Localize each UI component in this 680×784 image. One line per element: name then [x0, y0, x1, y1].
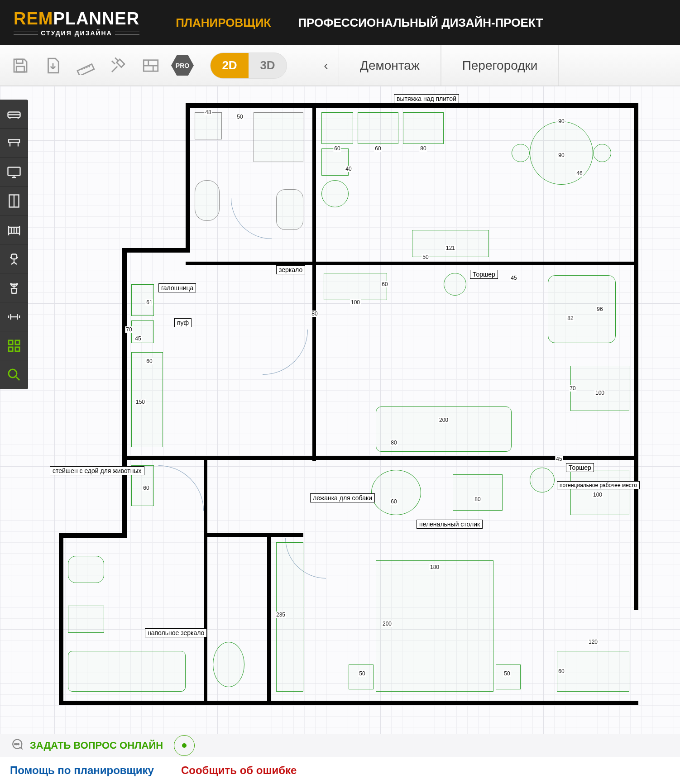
save-icon[interactable] [8, 53, 33, 78]
dim: 90 [557, 118, 565, 124]
floor-mirror[interactable] [213, 642, 244, 687]
wall-icon[interactable] [139, 53, 163, 78]
grid-icon[interactable] [0, 331, 28, 360]
help-link[interactable]: Помощь по планировщику [10, 764, 154, 777]
sofa-icon[interactable] [0, 100, 28, 129]
note-torchere1[interactable]: Торшер [470, 270, 498, 279]
wardrobe-icon[interactable] [0, 186, 28, 215]
sink2[interactable] [68, 606, 104, 633]
chat-label[interactable]: ЗАДАТЬ ВОПРОС ОНЛАЙН [30, 740, 163, 751]
bed[interactable] [376, 560, 493, 692]
floorplan-canvas[interactable]: вытяжка над плитой зеркало галошница пуф… [0, 86, 680, 734]
chat-status-indicator [174, 735, 195, 756]
wall[interactable] [186, 103, 638, 108]
counter[interactable] [403, 112, 444, 144]
bathtub[interactable] [68, 651, 186, 692]
chair[interactable] [593, 144, 611, 162]
wall[interactable] [59, 533, 127, 538]
report-link[interactable]: Сообщить об ошибке [181, 764, 297, 777]
nav-pro-project[interactable]: ПРОФЕССИОНАЛЬНЫЙ ДИЗАЙН-ПРОЕКТ [298, 16, 543, 30]
note-pouf[interactable]: пуф [174, 318, 192, 327]
wall[interactable] [122, 248, 190, 253]
sideboard[interactable] [412, 230, 489, 257]
svg-rect-11 [15, 340, 19, 344]
wall[interactable] [122, 248, 127, 538]
sink[interactable] [321, 112, 353, 144]
door-arc[interactable] [158, 465, 204, 511]
note-workspace[interactable]: потенциальное рабочее место [557, 481, 640, 489]
wall[interactable] [59, 533, 63, 701]
chat-icon[interactable] [10, 737, 24, 754]
app-header: REMPLANNER СТУДИЯ ДИЗАЙНА ПЛАНИРОВЩИК ПР… [0, 0, 680, 45]
plant-icon[interactable] [0, 273, 28, 302]
dog-bed[interactable] [371, 470, 421, 515]
tools-icon[interactable] [106, 53, 130, 78]
wall[interactable] [312, 262, 316, 461]
chair[interactable] [512, 144, 530, 162]
door-arc[interactable] [231, 198, 272, 239]
svg-rect-6 [8, 167, 20, 175]
door-arc[interactable] [263, 330, 308, 375]
wall[interactable] [634, 103, 638, 610]
armchair[interactable] [548, 275, 616, 343]
changing-table[interactable] [453, 474, 503, 511]
wall[interactable] [267, 533, 271, 701]
tab-demolition[interactable]: Демонтаж [339, 45, 441, 86]
note-mirror[interactable]: зеркало [276, 265, 305, 274]
dim: 45 [555, 456, 563, 462]
dumbbell-icon[interactable] [0, 302, 28, 331]
torchere[interactable] [530, 468, 555, 492]
note-floormirror[interactable]: напольное зеркало [145, 628, 207, 637]
toilet[interactable] [195, 180, 220, 221]
wall[interactable] [312, 262, 638, 265]
dim: 48 [204, 109, 212, 115]
measure-icon[interactable] [73, 53, 98, 78]
tab-prev-button[interactable]: ‹ [313, 53, 339, 78]
tv-stand[interactable] [324, 273, 387, 300]
torchere[interactable] [444, 273, 466, 296]
washer[interactable] [195, 112, 222, 139]
note-shoerack[interactable]: галошница [158, 283, 196, 292]
desk[interactable] [570, 366, 629, 411]
nightstand[interactable] [349, 664, 374, 689]
wall[interactable] [312, 103, 316, 266]
toolbar: PRO 2D 3D ‹ Демонтаж Перегородки [0, 45, 680, 86]
note-dogbed[interactable]: лежанка для собаки [310, 493, 375, 502]
svg-rect-0 [16, 59, 23, 63]
wall[interactable] [186, 103, 190, 253]
wall[interactable] [59, 701, 638, 705]
wall[interactable] [204, 533, 303, 537]
table-icon[interactable] [0, 129, 28, 158]
view-2d-button[interactable]: 2D [211, 53, 249, 78]
dim: 60 [390, 498, 397, 505]
note-hood[interactable]: вытяжка над плитой [394, 94, 459, 103]
monitor-icon[interactable] [0, 158, 28, 186]
sink-counter[interactable] [254, 112, 303, 162]
note-torchere2[interactable]: Торшер [566, 463, 594, 472]
view-3d-button[interactable]: 3D [249, 53, 287, 78]
wall[interactable] [204, 456, 207, 701]
crib-icon[interactable] [0, 215, 28, 244]
download-icon[interactable] [41, 53, 65, 78]
office-chair-icon[interactable] [0, 244, 28, 273]
tab-partitions[interactable]: Перегородки [441, 45, 559, 86]
plan-drawing[interactable]: вытяжка над плитой зеркало галошница пуф… [59, 94, 638, 719]
appliance[interactable] [321, 180, 349, 207]
dim: 100 [592, 492, 603, 498]
dim: 82 [566, 315, 574, 321]
wall[interactable] [186, 262, 312, 265]
search-icon[interactable] [0, 360, 28, 389]
pro-badge[interactable]: PRO [171, 54, 194, 77]
note-changing[interactable]: пеленальный столик [417, 520, 483, 529]
nightstand[interactable] [496, 664, 521, 689]
cooktop[interactable] [358, 112, 398, 144]
nav-planner[interactable]: ПЛАНИРОВЩИК [176, 16, 271, 30]
svg-rect-13 [15, 347, 19, 351]
logo[interactable]: REMPLANNER СТУДИЯ ДИЗАЙНА [14, 9, 139, 37]
toilet2[interactable] [68, 556, 104, 583]
note-petstation[interactable]: стейшен с едой для животных [50, 466, 144, 475]
crib[interactable] [557, 651, 629, 692]
bidet[interactable] [276, 189, 303, 230]
dim: 60 [333, 145, 341, 152]
dim: 60 [381, 281, 388, 287]
